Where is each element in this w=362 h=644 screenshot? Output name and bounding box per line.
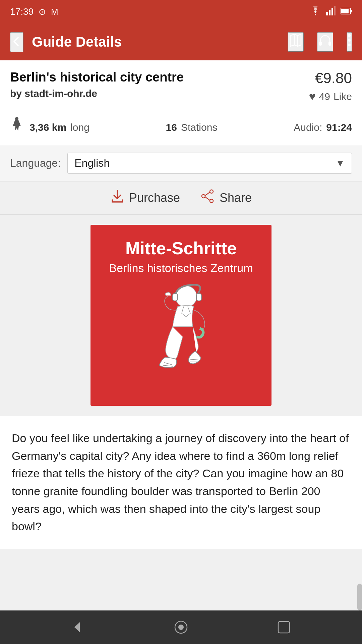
stat-audio: Audio: 91:24: [294, 122, 352, 133]
scrollbar-indicator: [357, 584, 362, 610]
status-mail-icon: M: [51, 7, 58, 17]
svg-line-20: [205, 197, 210, 200]
status-right: [310, 6, 352, 18]
heart-icon: ♥: [309, 90, 315, 103]
purchase-button[interactable]: Purchase: [110, 189, 180, 207]
svg-rect-6: [351, 10, 352, 12]
guide-title: Berlin's historical city centre: [10, 70, 309, 85]
svg-point-30: [178, 625, 184, 630]
headphones-button[interactable]: [317, 32, 333, 52]
download-icon: [110, 189, 124, 207]
app-bar-title: Guide Details: [32, 34, 288, 50]
svg-rect-11: [328, 42, 331, 46]
svg-rect-23: [196, 293, 201, 301]
share-label: Share: [220, 191, 252, 205]
more-button[interactable]: [347, 32, 352, 52]
guide-image-subtitle: Berlins historisches Zentrum: [109, 262, 253, 275]
description: Do you feel like undertaking a journey o…: [0, 416, 362, 549]
svg-point-16: [210, 190, 213, 193]
svg-point-17: [210, 199, 213, 203]
guide-author: by stadt-im-ohr.de: [10, 88, 309, 99]
status-app-icon: ⊙: [39, 7, 46, 17]
language-dropdown[interactable]: English ▼: [67, 153, 352, 174]
description-text: Do you feel like undertaking a journey o…: [12, 429, 350, 535]
purchase-label: Purchase: [129, 191, 180, 205]
svg-rect-31: [278, 622, 290, 633]
guide-image: Mitte-Schritte Berlins historisches Zent…: [90, 225, 272, 406]
svg-rect-3: [334, 6, 336, 15]
svg-point-12: [348, 34, 351, 37]
guide-stats: 3,36 km long 16 Stations Audio: 91:24: [0, 110, 362, 145]
svg-rect-22: [173, 293, 178, 301]
nav-recent-button[interactable]: [277, 620, 291, 634]
likes-label: Like: [334, 91, 352, 102]
nav-back-button[interactable]: [71, 620, 85, 634]
guide-likes: ♥ 49 Like: [309, 90, 352, 103]
language-value: English: [74, 157, 110, 169]
guide-image-title: Mitte-Schritte: [125, 238, 237, 258]
stat-distance: 3,36 km long: [29, 122, 89, 133]
svg-point-18: [202, 195, 205, 198]
app-bar: Guide Details: [0, 23, 362, 60]
svg-marker-28: [74, 622, 80, 632]
svg-line-19: [205, 192, 210, 196]
guide-price: €9.80: [309, 70, 352, 87]
guide-header: Berlin's historical city centre by stadt…: [0, 60, 362, 110]
svg-rect-10: [319, 42, 322, 46]
map-button[interactable]: [288, 32, 304, 52]
action-bar: Purchase Share: [0, 181, 362, 215]
share-icon: [200, 189, 215, 207]
nav-home-button[interactable]: [174, 620, 188, 634]
svg-rect-0: [326, 12, 328, 15]
battery-icon: [341, 6, 352, 17]
svg-point-13: [348, 39, 351, 42]
svg-rect-2: [331, 8, 333, 15]
wifi-icon: [310, 6, 321, 18]
svg-point-14: [348, 44, 351, 46]
share-button[interactable]: Share: [200, 189, 252, 207]
back-button[interactable]: [10, 32, 23, 52]
bottom-nav: [0, 610, 362, 644]
app-bar-icons: [288, 32, 352, 52]
status-time: 17:39: [10, 6, 34, 17]
svg-marker-7: [290, 34, 301, 46]
walk-icon: [10, 117, 23, 138]
status-bar: 17:39 ⊙ M: [0, 0, 362, 23]
status-left: 17:39 ⊙ M: [10, 6, 58, 17]
signal-icon: [326, 6, 336, 18]
svg-rect-1: [329, 10, 330, 15]
guide-illustration: [134, 281, 228, 389]
likes-count: 49: [319, 91, 330, 102]
guide-image-container: Mitte-Schritte Berlins historisches Zent…: [0, 215, 362, 416]
language-label: Language:: [10, 157, 61, 169]
language-section: Language: English ▼: [0, 145, 362, 181]
svg-rect-5: [341, 9, 349, 13]
dropdown-arrow-icon: ▼: [336, 158, 345, 169]
stat-stations: 16 Stations: [166, 122, 218, 133]
